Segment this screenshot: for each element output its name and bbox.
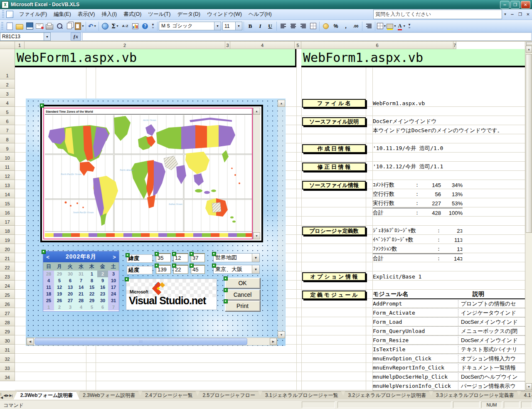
calendar-date-cell[interactable]: 28: [43, 271, 54, 277]
calendar-date-cell[interactable]: 1: [86, 271, 97, 277]
doc-restore-button[interactable]: ❐: [517, 11, 524, 17]
row-header[interactable]: 27: [0, 308, 15, 317]
calendar-date-cell[interactable]: 18: [43, 291, 54, 297]
chart-wizard-button[interactable]: [130, 21, 140, 31]
calendar-date-cell[interactable]: 25: [43, 297, 54, 304]
row-header[interactable]: 6: [0, 116, 15, 125]
column-header[interactable]: 4: [230, 42, 295, 49]
calendar-date-cell[interactable]: 4: [76, 304, 86, 310]
font-name-combo[interactable]: ＭＳ ゴシック ▼: [159, 22, 221, 30]
calendar-date-cell[interactable]: 3: [65, 304, 76, 310]
row-header[interactable]: 30: [0, 335, 15, 345]
row-header[interactable]: 2: [0, 79, 15, 89]
restore-button[interactable]: ❐: [510, 1, 520, 9]
calendar-date-cell[interactable]: 6: [65, 277, 76, 284]
calendar-date-cell[interactable]: 27: [65, 297, 76, 304]
scroll-right-icon[interactable]: ▶: [270, 338, 277, 345]
map-select-dropdown[interactable]: 世界地図 ▼: [213, 253, 260, 262]
calendar-date-cell[interactable]: 12: [54, 284, 65, 291]
row-header[interactable]: 33: [0, 363, 15, 372]
font-color-button[interactable]: A▼: [397, 21, 406, 31]
row-header[interactable]: 20: [0, 244, 15, 253]
row-header[interactable]: 8: [0, 134, 15, 143]
row-header[interactable]: 23: [0, 271, 15, 281]
calendar-date-cell[interactable]: 20: [65, 291, 76, 297]
align-left-button[interactable]: [278, 21, 288, 31]
autosum-button[interactable]: Σ▼: [110, 21, 120, 31]
row-header[interactable]: 19: [0, 235, 15, 244]
form-horizontal-scrollbar[interactable]: ◀ ⁞⁞⁞ ▶: [26, 338, 277, 345]
scroll-left-icon[interactable]: ◀: [27, 338, 34, 345]
row-header[interactable]: 21: [0, 253, 15, 262]
paste-button[interactable]: ▼: [74, 21, 84, 31]
row-header[interactable]: 3: [0, 89, 15, 98]
calendar-date-cell[interactable]: 29: [86, 297, 97, 304]
name-box-dropdown-icon[interactable]: ▼: [44, 32, 51, 41]
sheet-tab[interactable]: 2.5プロシージャフロー: [196, 391, 262, 399]
print-button[interactable]: [44, 21, 54, 31]
undo-button[interactable]: ↶▼: [87, 21, 97, 31]
doc-minimize-button[interactable]: −: [509, 11, 516, 17]
borders-button[interactable]: ▼: [377, 21, 387, 31]
mail-button[interactable]: [34, 21, 44, 31]
row-header[interactable]: 34: [0, 372, 15, 381]
calendar-date-cell[interactable]: 5: [86, 304, 97, 310]
column-header[interactable]: 3: [225, 42, 230, 49]
prev-sheet-button[interactable]: ◀: [3, 392, 6, 399]
question-dropdown-icon[interactable]: ▼: [502, 10, 508, 19]
percent-button[interactable]: %: [331, 21, 341, 31]
calendar-date-cell[interactable]: 7: [76, 277, 86, 284]
merge-center-button[interactable]: [308, 21, 318, 31]
calendar-date-cell[interactable]: 23: [97, 291, 108, 297]
menu-item[interactable]: ヘルプ(H): [245, 10, 275, 19]
calendar-date-cell[interactable]: 15: [86, 284, 97, 291]
row-header[interactable]: 15: [0, 198, 15, 207]
toolbar-options-button[interactable]: ▼»: [150, 21, 156, 31]
calendar-date-cell[interactable]: 3: [108, 271, 119, 277]
calendar-date-cell[interactable]: 31: [108, 297, 119, 304]
row-header[interactable]: 1: [0, 49, 15, 79]
calendar-date-cell[interactable]: 31: [76, 271, 86, 277]
calendar-date-cell[interactable]: 6: [97, 304, 108, 310]
row-header[interactable]: 17: [0, 217, 15, 226]
toolbar-options-button[interactable]: ▼»: [406, 21, 412, 31]
open-button[interactable]: [15, 21, 25, 31]
city-select-dropdown[interactable]: 東京、大阪 ▼: [213, 265, 260, 274]
search-button[interactable]: [54, 21, 64, 31]
scroll-down-icon[interactable]: ▼: [278, 331, 285, 338]
fill-color-button[interactable]: ▼: [387, 21, 397, 31]
italic-button[interactable]: I: [255, 21, 265, 31]
scroll-down-icon[interactable]: ▼: [526, 383, 532, 390]
combo-arrow-icon[interactable]: ▼: [235, 22, 242, 30]
sort-ascending-button[interactable]: A↓Z: [120, 21, 130, 31]
scroll-up-icon[interactable]: ▲: [253, 108, 260, 115]
dropdown-arrow-icon[interactable]: ▼: [252, 254, 259, 262]
row-header[interactable]: 22: [0, 262, 15, 271]
scrollbar-thumb[interactable]: [526, 54, 532, 233]
row-header[interactable]: 14: [0, 189, 15, 198]
calendar-date-cell[interactable]: 2: [97, 271, 108, 277]
minimize-button[interactable]: −: [500, 1, 510, 9]
row-header[interactable]: 5: [0, 107, 15, 116]
underline-button[interactable]: U: [265, 21, 275, 31]
row-header[interactable]: 16: [0, 207, 15, 217]
scroll-down-icon[interactable]: ▼: [253, 232, 260, 239]
indent-button[interactable]: [364, 21, 374, 31]
select-all-corner[interactable]: [0, 42, 15, 49]
calendar-date-cell[interactable]: 11: [43, 284, 54, 291]
row-header[interactable]: 9: [0, 143, 15, 153]
row-header[interactable]: 11: [0, 162, 15, 171]
calendar-date-cell[interactable]: 17: [108, 284, 119, 291]
decimal-button[interactable]: .00: [351, 21, 361, 31]
sheet-tab[interactable]: 3.2ジェネラルプロシージャ説明書: [342, 391, 433, 399]
calendar-date-cell[interactable]: 22: [86, 291, 97, 297]
sheet-tab[interactable]: 2.3Webフォーム説明書: [76, 391, 142, 399]
menu-item[interactable]: ファイル(F): [16, 10, 50, 19]
font-size-combo[interactable]: 11 ▼: [222, 22, 242, 30]
calendar-date-cell[interactable]: 24: [108, 291, 119, 297]
save-button[interactable]: [25, 21, 34, 31]
row-header[interactable]: 7: [0, 125, 15, 134]
print-button-form[interactable]: Print: [225, 301, 260, 311]
calendar-date-cell[interactable]: 4: [43, 277, 54, 284]
calendar-date-cell[interactable]: 28: [76, 297, 86, 304]
